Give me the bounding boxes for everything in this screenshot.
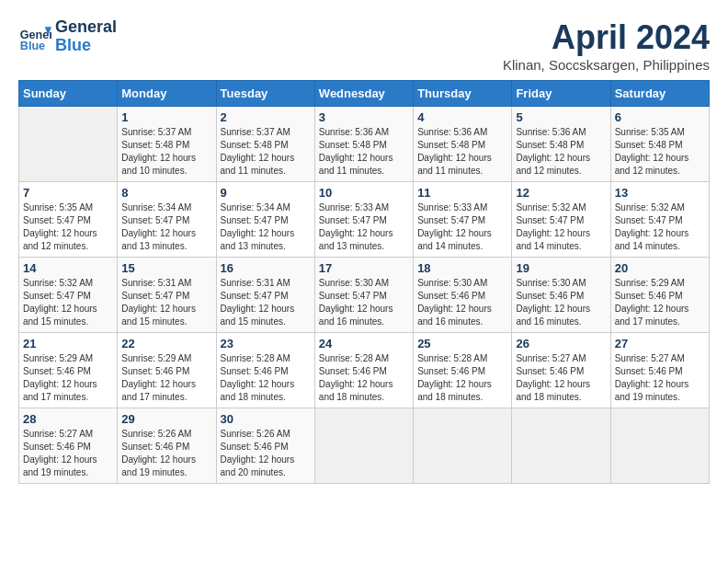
calendar-day-cell: 17Sunrise: 5:30 AM Sunset: 5:47 PM Dayli… xyxy=(314,258,413,333)
calendar-day-cell xyxy=(19,107,118,182)
weekday-header-cell: Thursday xyxy=(414,81,512,107)
day-detail: Sunrise: 5:27 AM Sunset: 5:46 PM Dayligh… xyxy=(615,352,705,404)
calendar-week-row: 14Sunrise: 5:32 AM Sunset: 5:47 PM Dayli… xyxy=(19,258,710,333)
day-detail: Sunrise: 5:29 AM Sunset: 5:46 PM Dayligh… xyxy=(615,277,705,328)
calendar-week-row: 21Sunrise: 5:29 AM Sunset: 5:46 PM Dayli… xyxy=(19,333,710,408)
day-number: 28 xyxy=(23,412,113,426)
day-number: 25 xyxy=(417,337,507,350)
day-detail: Sunrise: 5:31 AM Sunset: 5:47 PM Dayligh… xyxy=(221,277,311,328)
calendar-day-cell: 13Sunrise: 5:32 AM Sunset: 5:47 PM Dayli… xyxy=(610,182,709,258)
logo-text: GeneralBlue xyxy=(55,18,117,55)
day-number: 10 xyxy=(319,186,409,200)
calendar-day-cell xyxy=(512,408,610,484)
calendar-day-cell: 5Sunrise: 5:36 AM Sunset: 5:48 PM Daylig… xyxy=(512,107,610,182)
calendar-day-cell: 1Sunrise: 5:37 AM Sunset: 5:48 PM Daylig… xyxy=(118,107,216,182)
calendar-day-cell: 26Sunrise: 5:27 AM Sunset: 5:46 PM Dayli… xyxy=(512,333,610,408)
day-detail: Sunrise: 5:29 AM Sunset: 5:46 PM Dayligh… xyxy=(23,352,113,404)
day-detail: Sunrise: 5:35 AM Sunset: 5:47 PM Dayligh… xyxy=(23,201,113,253)
location-subtitle: Klinan, Soccsksargen, Philippines xyxy=(503,57,710,73)
day-number: 16 xyxy=(221,261,311,275)
calendar-day-cell: 6Sunrise: 5:35 AM Sunset: 5:48 PM Daylig… xyxy=(610,107,709,182)
calendar-week-row: 7Sunrise: 5:35 AM Sunset: 5:47 PM Daylig… xyxy=(19,182,710,258)
day-detail: Sunrise: 5:36 AM Sunset: 5:48 PM Dayligh… xyxy=(417,126,507,178)
calendar-day-cell: 9Sunrise: 5:34 AM Sunset: 5:47 PM Daylig… xyxy=(216,182,314,258)
day-detail: Sunrise: 5:37 AM Sunset: 5:48 PM Dayligh… xyxy=(221,126,311,178)
day-detail: Sunrise: 5:30 AM Sunset: 5:46 PM Dayligh… xyxy=(516,277,606,328)
day-number: 24 xyxy=(319,337,409,350)
day-number: 15 xyxy=(121,261,211,275)
calendar-day-cell xyxy=(610,408,709,484)
day-number: 3 xyxy=(319,110,409,124)
day-detail: Sunrise: 5:34 AM Sunset: 5:47 PM Dayligh… xyxy=(221,201,311,253)
day-detail: Sunrise: 5:28 AM Sunset: 5:46 PM Dayligh… xyxy=(417,352,507,404)
day-number: 2 xyxy=(221,110,311,124)
day-detail: Sunrise: 5:27 AM Sunset: 5:46 PM Dayligh… xyxy=(23,428,113,479)
weekday-header-cell: Saturday xyxy=(610,81,709,107)
calendar-week-row: 28Sunrise: 5:27 AM Sunset: 5:46 PM Dayli… xyxy=(19,408,710,484)
day-number: 7 xyxy=(23,186,113,200)
calendar-day-cell: 3Sunrise: 5:36 AM Sunset: 5:48 PM Daylig… xyxy=(314,107,413,182)
day-number: 9 xyxy=(221,186,311,200)
day-number: 20 xyxy=(615,261,705,275)
day-number: 11 xyxy=(417,186,507,200)
day-number: 17 xyxy=(319,261,409,275)
weekday-header-cell: Sunday xyxy=(19,81,118,107)
day-detail: Sunrise: 5:32 AM Sunset: 5:47 PM Dayligh… xyxy=(615,201,705,253)
calendar-day-cell: 24Sunrise: 5:28 AM Sunset: 5:46 PM Dayli… xyxy=(314,333,413,408)
weekday-header-cell: Wednesday xyxy=(314,81,413,107)
svg-text:Blue: Blue xyxy=(20,40,45,52)
day-detail: Sunrise: 5:36 AM Sunset: 5:48 PM Dayligh… xyxy=(319,126,409,178)
day-detail: Sunrise: 5:32 AM Sunset: 5:47 PM Dayligh… xyxy=(516,201,606,253)
calendar-day-cell xyxy=(414,408,512,484)
day-number: 29 xyxy=(121,412,211,426)
calendar-day-cell: 14Sunrise: 5:32 AM Sunset: 5:47 PM Dayli… xyxy=(19,258,118,333)
day-detail: Sunrise: 5:36 AM Sunset: 5:48 PM Dayligh… xyxy=(516,126,606,178)
day-number: 19 xyxy=(516,261,606,275)
day-number: 22 xyxy=(121,337,211,350)
day-detail: Sunrise: 5:27 AM Sunset: 5:46 PM Dayligh… xyxy=(516,352,606,404)
calendar-day-cell: 29Sunrise: 5:26 AM Sunset: 5:46 PM Dayli… xyxy=(118,408,216,484)
calendar-day-cell: 16Sunrise: 5:31 AM Sunset: 5:47 PM Dayli… xyxy=(216,258,314,333)
day-number: 21 xyxy=(23,337,113,350)
calendar-day-cell: 27Sunrise: 5:27 AM Sunset: 5:46 PM Dayli… xyxy=(610,333,709,408)
calendar-day-cell: 30Sunrise: 5:26 AM Sunset: 5:46 PM Dayli… xyxy=(216,408,314,484)
calendar-day-cell: 28Sunrise: 5:27 AM Sunset: 5:46 PM Dayli… xyxy=(19,408,118,484)
calendar-body: 1Sunrise: 5:37 AM Sunset: 5:48 PM Daylig… xyxy=(19,107,710,484)
weekday-header-cell: Tuesday xyxy=(216,81,314,107)
title-block: April 2024 Klinan, Soccsksargen, Philipp… xyxy=(503,18,710,73)
day-number: 1 xyxy=(121,110,211,124)
logo-icon: General Blue xyxy=(18,20,51,53)
day-number: 30 xyxy=(221,412,311,426)
calendar-day-cell xyxy=(314,408,413,484)
day-detail: Sunrise: 5:26 AM Sunset: 5:46 PM Dayligh… xyxy=(221,428,311,479)
calendar-day-cell: 11Sunrise: 5:33 AM Sunset: 5:47 PM Dayli… xyxy=(414,182,512,258)
day-number: 27 xyxy=(615,337,705,350)
day-number: 13 xyxy=(615,186,705,200)
calendar-day-cell: 2Sunrise: 5:37 AM Sunset: 5:48 PM Daylig… xyxy=(216,107,314,182)
page-header: General Blue GeneralBlue April 2024 Klin… xyxy=(18,18,710,73)
weekday-header-row: SundayMondayTuesdayWednesdayThursdayFrid… xyxy=(19,81,710,107)
calendar-week-row: 1Sunrise: 5:37 AM Sunset: 5:48 PM Daylig… xyxy=(19,107,710,182)
calendar-day-cell: 18Sunrise: 5:30 AM Sunset: 5:46 PM Dayli… xyxy=(414,258,512,333)
day-detail: Sunrise: 5:28 AM Sunset: 5:46 PM Dayligh… xyxy=(221,352,311,404)
day-detail: Sunrise: 5:26 AM Sunset: 5:46 PM Dayligh… xyxy=(121,428,211,479)
weekday-header-cell: Monday xyxy=(118,81,216,107)
calendar-day-cell: 23Sunrise: 5:28 AM Sunset: 5:46 PM Dayli… xyxy=(216,333,314,408)
logo: General Blue GeneralBlue xyxy=(18,18,117,55)
day-detail: Sunrise: 5:31 AM Sunset: 5:47 PM Dayligh… xyxy=(121,277,211,328)
calendar-day-cell: 4Sunrise: 5:36 AM Sunset: 5:48 PM Daylig… xyxy=(414,107,512,182)
weekday-header-cell: Friday xyxy=(512,81,610,107)
day-detail: Sunrise: 5:32 AM Sunset: 5:47 PM Dayligh… xyxy=(23,277,113,328)
day-number: 8 xyxy=(121,186,211,200)
day-number: 14 xyxy=(23,261,113,275)
calendar-day-cell: 22Sunrise: 5:29 AM Sunset: 5:46 PM Dayli… xyxy=(118,333,216,408)
calendar-day-cell: 15Sunrise: 5:31 AM Sunset: 5:47 PM Dayli… xyxy=(118,258,216,333)
day-detail: Sunrise: 5:30 AM Sunset: 5:47 PM Dayligh… xyxy=(319,277,409,328)
calendar-day-cell: 12Sunrise: 5:32 AM Sunset: 5:47 PM Dayli… xyxy=(512,182,610,258)
day-number: 5 xyxy=(516,110,606,124)
day-detail: Sunrise: 5:33 AM Sunset: 5:47 PM Dayligh… xyxy=(417,201,507,253)
calendar-day-cell: 7Sunrise: 5:35 AM Sunset: 5:47 PM Daylig… xyxy=(19,182,118,258)
calendar-day-cell: 25Sunrise: 5:28 AM Sunset: 5:46 PM Dayli… xyxy=(414,333,512,408)
day-detail: Sunrise: 5:30 AM Sunset: 5:46 PM Dayligh… xyxy=(417,277,507,328)
day-number: 4 xyxy=(417,110,507,124)
